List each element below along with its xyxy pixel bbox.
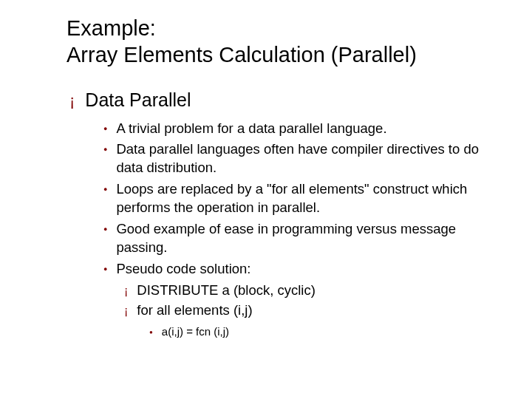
disc-bullet-icon: ● xyxy=(103,185,107,194)
circle-bullet-icon: ¡ xyxy=(69,93,75,109)
list-item: ¡ DISTRIBUTE a (block, cyclic) xyxy=(124,282,502,300)
list-item-text: a(i,j) = fcn (i,j) xyxy=(162,324,229,339)
circle-bullet-icon: ¡ xyxy=(124,303,128,319)
level1-item: ¡ Data Parallel xyxy=(69,89,502,111)
level4-list: ● a(i,j) = fcn (i,j) xyxy=(149,324,502,339)
disc-bullet-icon: ● xyxy=(103,145,107,154)
list-item-text: Data parallel languages often have compi… xyxy=(116,140,502,177)
list-item-text: A trivial problem for a data parallel la… xyxy=(116,120,502,138)
circle-bullet-icon: ¡ xyxy=(124,283,128,299)
level1-text: Data Parallel xyxy=(85,89,191,111)
level3-list: ¡ DISTRIBUTE a (block, cyclic) ¡ for all… xyxy=(124,282,502,338)
list-item: ● a(i,j) = fcn (i,j) xyxy=(149,324,502,339)
list-item: ● Good example of ease in programming ve… xyxy=(103,220,502,257)
list-item: ● Loops are replaced by a "for all eleme… xyxy=(103,180,502,217)
disc-bullet-icon: ● xyxy=(103,124,107,133)
list-item-text: for all elements (i,j) xyxy=(137,301,252,320)
title-line-1: Example: xyxy=(66,16,156,40)
slide-content: Example: Array Elements Calculation (Par… xyxy=(0,0,532,399)
disc-bullet-icon: ● xyxy=(103,225,107,233)
list-item: ● A trivial problem for a data parallel … xyxy=(103,120,502,138)
list-item-text: Loops are replaced by a "for all element… xyxy=(116,180,502,217)
slide-title: Example: Array Elements Calculation (Par… xyxy=(66,15,502,69)
list-item: ● Pseudo code solution: xyxy=(103,260,502,279)
disc-bullet-icon: ● xyxy=(149,329,153,336)
list-item: ● Data parallel languages often have com… xyxy=(103,140,502,177)
level2-list: ● A trivial problem for a data parallel … xyxy=(103,120,502,339)
list-item-text: Pseudo code solution: xyxy=(116,260,502,279)
list-item-text: DISTRIBUTE a (block, cyclic) xyxy=(137,282,316,300)
list-item: ¡ for all elements (i,j) xyxy=(124,301,502,320)
disc-bullet-icon: ● xyxy=(103,265,107,273)
title-line-2: Array Elements Calculation (Parallel) xyxy=(66,43,417,66)
list-item-text: Good example of ease in programming vers… xyxy=(116,220,502,257)
